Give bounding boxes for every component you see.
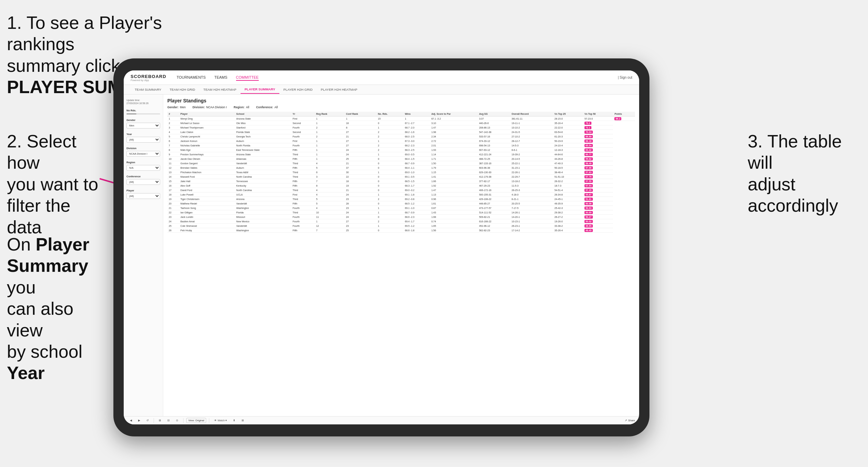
nav-teams[interactable]: TEAMS [214, 75, 227, 81]
table-row[interactable]: 24Bastien AmatNew MexicoFourth127269.4 -… [167, 219, 635, 224]
cell-25-1: Petr Hruby [179, 228, 235, 233]
step2-line2: you want to [7, 174, 98, 194]
cell-25-6: 0 [377, 228, 404, 233]
cell-16-0: 17 [167, 188, 179, 192]
cell-18-4: 5 [315, 197, 345, 201]
table-row[interactable]: 21Taehoon SongWashingtonFourth423169.1 -… [167, 206, 635, 210]
cell-3-7: 68.2 -1.6 [403, 130, 430, 134]
cell-0-13: 88.2 [613, 116, 635, 121]
table-row[interactable]: 17David FordNorth CarolinaThird421069.0 … [167, 188, 635, 192]
table-row[interactable]: 10Jacob Dao OlesenArkansasFifth125068.4 … [167, 157, 635, 161]
division-select[interactable]: NCAA Division I [126, 151, 160, 157]
cell-1-5: 18 [345, 121, 377, 125]
cell-9-1: Jacob Dao Olesen [179, 157, 235, 161]
table-row[interactable]: 16Alex GoffKentuckyFifth819068.3 -1.71.9… [167, 184, 635, 188]
cell-11-9: 603-96-38 [478, 166, 510, 170]
cell-21-12: 50.69 [583, 210, 613, 215]
table-row[interactable]: 7Nicholas GabrielleNorth FloridaFourth12… [167, 143, 635, 148]
toolbar-settings[interactable]: ⊞ [240, 418, 246, 423]
cell-12-8: 1.15 [430, 170, 478, 175]
table-row[interactable]: 2Michael Le SassoOle MissSecond118067.1 … [167, 121, 635, 125]
subnav-player-h2h-heatmap[interactable]: PLAYER H2H HEATMAP [317, 86, 361, 93]
player-select[interactable]: (All) [126, 193, 160, 199]
toolbar-back[interactable]: ◀ [128, 418, 134, 423]
table-row[interactable]: 23Jack LundinMissouriFourth1124068.6 -2.… [167, 215, 635, 219]
cell-10-6: 0 [377, 161, 404, 166]
nav-committee[interactable]: COMMITTEE [236, 75, 259, 81]
cell-21-10: 14-26-1 [510, 210, 553, 215]
table-row[interactable]: 19Tiger ChristensenArizonaThird523269.2 … [167, 197, 635, 201]
table-row[interactable]: 13Phichaksn MaichonTexas A&MThird630169.… [167, 170, 635, 175]
cell-2-0: 3 [167, 125, 179, 130]
cell-1-11: 35-16-4 [553, 121, 583, 125]
cell-10-9: 387-133-16 [478, 161, 510, 166]
toolbar-forward[interactable]: ▶ [136, 418, 142, 423]
step2-line3: filter the data [7, 196, 70, 237]
toolbar-clock[interactable]: ⊙ [174, 418, 180, 423]
table-row[interactable]: 26Petr HrubyWashingtonFifth725068.6 -1.8… [167, 228, 635, 233]
cell-21-8: 1.43 [430, 210, 478, 215]
cell-7-2: East Tennessee State [235, 148, 291, 152]
cell-16-1: David Ford [179, 188, 235, 192]
cell-8-7: 69.0 -0.5 [403, 152, 430, 157]
table-row[interactable]: 18Luke PowellUCLAFirst424169.1 -1.81.135… [167, 192, 635, 197]
subnav-team-h2h-grid[interactable]: TEAM H2H GRID [165, 86, 199, 93]
subnav-player-summary[interactable]: PLAYER SUMMARY [241, 85, 279, 94]
table-row[interactable]: 9Preston SummerhaysArizona StateThird124… [167, 152, 635, 157]
table-row[interactable]: 14Maxwell FordNorth CarolinaThird322069.… [167, 175, 635, 179]
cell-23-0: 24 [167, 219, 179, 224]
cell-12-11: 38-46-4 [553, 170, 583, 175]
table-row[interactable]: 25Cole SherwoodVanderbiltFourth1223169.5… [167, 224, 635, 228]
subnav-player-h2h-grid[interactable]: PLAYER H2H GRID [279, 86, 317, 93]
toolbar-paste[interactable]: ⊟ [165, 418, 172, 423]
cell-4-0: 5 [167, 134, 179, 139]
table-row[interactable]: 4Luke ClatonFlorida StateSecond127268.2 … [167, 130, 635, 134]
cell-5-3: First [291, 139, 315, 143]
cell-7-11: 12-18-3 [553, 148, 583, 152]
col-avg-sg: Avg SG [478, 112, 510, 116]
cell-4-11: 61-20-3 [553, 134, 583, 139]
nav-tournaments[interactable]: TOURNAMENTS [177, 75, 206, 81]
toolbar-view[interactable]: View: Original [186, 418, 206, 423]
slider-range[interactable] [126, 113, 160, 114]
gender-select[interactable]: Men Women [126, 123, 160, 129]
cell-7-10: 8-6-1 [510, 148, 553, 152]
table-row[interactable]: 15Jake HallTennesseeFifth718068.5 -1.51.… [167, 179, 635, 184]
subnav-team-h2h-heatmap[interactable]: TEAM H2H HEATMAP [199, 86, 241, 93]
year-select[interactable]: (All) [126, 137, 160, 143]
toolbar-refresh[interactable]: ↺ [144, 418, 151, 423]
cell-15-1: Alex Goff [179, 184, 235, 188]
toolbar-share[interactable]: ↗ Share [625, 419, 635, 422]
table-row[interactable]: 5Christo LamprechtGeorgia TechFourth2212… [167, 134, 635, 139]
region-select[interactable]: N/A [126, 165, 160, 171]
cell-22-0: 23 [167, 215, 179, 219]
cell-16-6: 0 [377, 188, 404, 192]
cell-25-10: 17-14-2 [510, 228, 553, 233]
table-row[interactable]: 1Wenyi DingArizona StateFirst1115167.1 -… [167, 116, 635, 121]
subnav-team-summary[interactable]: TEAM SUMMARY [131, 86, 165, 93]
cell-4-10: 27-10-2 [510, 134, 553, 139]
gender-label: Gender [126, 119, 160, 122]
table-row[interactable]: 22Ian GilliganFloridaThird1024168.7 -0.9… [167, 210, 635, 215]
cell-25-8: 1.56 [430, 228, 478, 233]
cell-13-4: 3 [315, 175, 345, 179]
cell-7-8: 1.93 [430, 148, 478, 152]
table-row[interactable]: 8Mats EgeEast Tennessee StateFifth124268… [167, 148, 635, 152]
cell-23-4: 1 [315, 219, 345, 224]
toolbar-download[interactable]: ⬇ [231, 418, 237, 423]
table-row[interactable]: 3Michael ThorbjornsenStanfordFourth28168… [167, 125, 635, 130]
col-school: School [235, 112, 291, 116]
table-row[interactable]: 6Jackson KoivunAuburnFirst127167.3 -3.02… [167, 139, 635, 143]
conference-select[interactable]: (All) [126, 179, 160, 185]
sign-out-link[interactable]: | Sign out [618, 76, 632, 79]
cell-8-0: 9 [167, 152, 179, 157]
table-row[interactable]: 12Brendan ValdesAuburnFifth537068.4 -1.1… [167, 166, 635, 170]
cell-1-8: 3.10 [430, 121, 478, 125]
toolbar-watch[interactable]: 👁 Watch ▾ [212, 418, 229, 423]
cell-22-5: 24 [345, 215, 377, 219]
table-row[interactable]: 20Matthew RiedelVanderbiltFifth528068.5 … [167, 201, 635, 206]
cell-0-6: 15 [377, 116, 404, 121]
cell-5-4: 1 [315, 139, 345, 143]
table-row[interactable]: 11Gordon SargentVanderbiltThird421068.7 … [167, 161, 635, 166]
toolbar-copy[interactable]: ⊞ [157, 418, 163, 423]
